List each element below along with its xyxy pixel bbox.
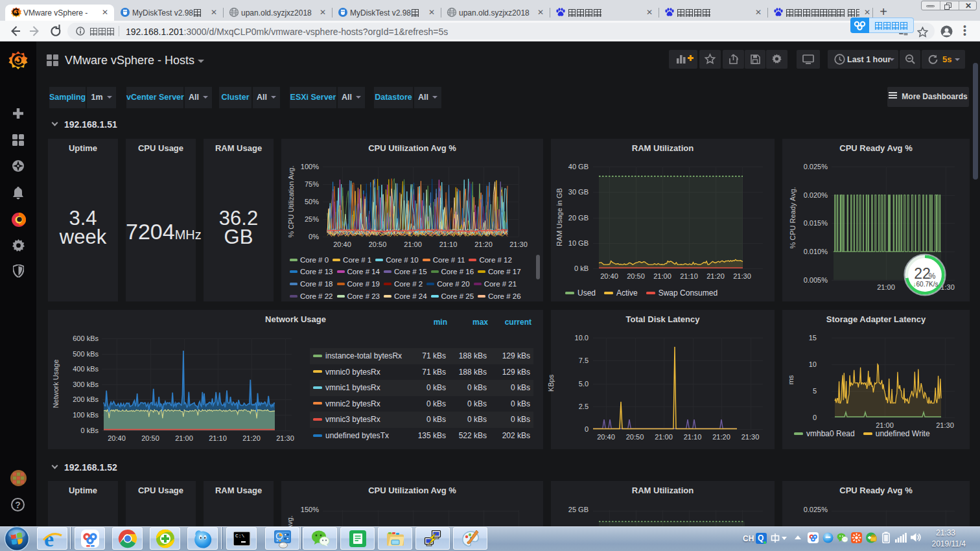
svg-text:C:\: C:\	[235, 533, 245, 539]
svg-text:%: %	[929, 272, 936, 281]
svg-text:↓60.7K/s: ↓60.7K/s	[913, 281, 939, 288]
